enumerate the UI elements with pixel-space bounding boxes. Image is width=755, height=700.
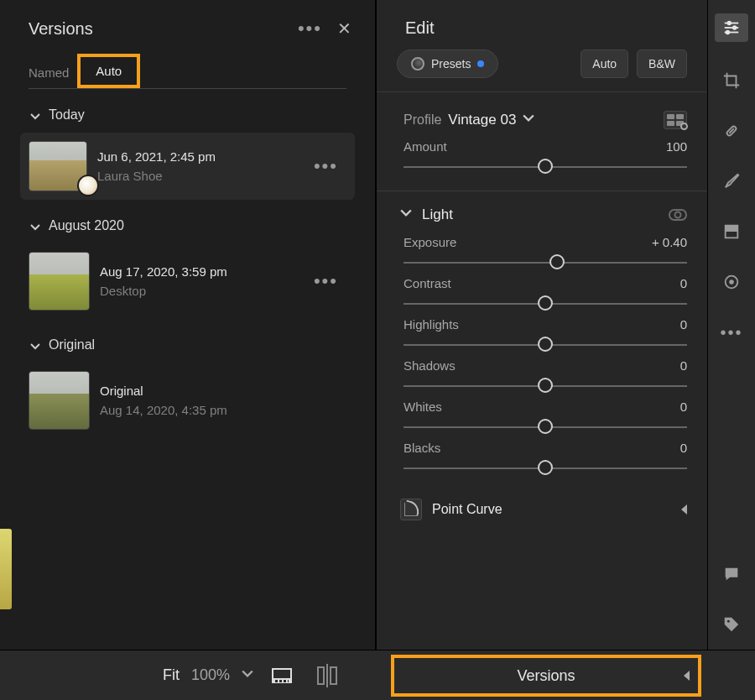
contrast-value: 0 (680, 276, 687, 290)
highlights-value: 0 (680, 317, 687, 332)
version-item-selected[interactable]: Jun 6, 2021, 2:45 pm Laura Shoe ••• (20, 133, 355, 200)
contrast-slider[interactable] (404, 295, 687, 311)
whites-slider-row: Whites 0 (377, 393, 707, 434)
edit-sliders-icon[interactable] (715, 13, 748, 42)
svg-rect-9 (726, 226, 738, 232)
contrast-label: Contrast (404, 276, 451, 290)
light-section-header[interactable]: Light (377, 191, 707, 228)
version-thumbnail (29, 252, 90, 311)
bw-button[interactable]: B&W (637, 50, 687, 78)
visibility-icon[interactable] (669, 209, 687, 221)
profile-name[interactable]: Vintage 03 (448, 112, 516, 128)
amount-value: 100 (666, 139, 687, 154)
group-aug2020: August 2020 Aug 17, 2020, 3:59 pm Deskto… (0, 200, 375, 319)
slider-thumb[interactable] (538, 378, 553, 393)
tab-named[interactable]: Named (29, 59, 77, 88)
slider-thumb[interactable] (538, 159, 553, 174)
point-curve-label: Point Curve (432, 502, 671, 517)
exposure-slider[interactable] (404, 254, 687, 269)
svg-point-3 (733, 26, 737, 29)
brush-icon[interactable] (720, 170, 743, 193)
version-more-icon[interactable]: ••• (305, 279, 346, 283)
auto-button[interactable]: Auto (581, 50, 628, 78)
fit-button[interactable]: Fit (163, 666, 180, 684)
group-original: Original Original Aug 14, 2020, 4:35 pm (0, 319, 375, 438)
version-date: Aug 17, 2020, 3:59 pm (100, 264, 295, 279)
version-thumbnail (29, 371, 90, 430)
group-title: August 2020 (49, 218, 124, 233)
version-more-icon[interactable]: ••• (305, 165, 346, 168)
svg-point-11 (729, 279, 734, 285)
amount-slider[interactable] (404, 159, 687, 174)
linear-gradient-icon[interactable] (720, 220, 743, 243)
presets-button[interactable]: Presets (397, 50, 498, 78)
svg-point-5 (726, 31, 730, 34)
slider-thumb[interactable] (538, 337, 553, 352)
triangle-left-icon (684, 671, 690, 681)
version-info: Jun 6, 2021, 2:45 pm Laura Shoe (97, 149, 295, 183)
shadows-slider[interactable] (404, 378, 687, 393)
curve-icon (400, 499, 422, 520)
group-title: Original (49, 337, 95, 353)
comment-icon[interactable] (720, 562, 743, 586)
highlights-label: Highlights (404, 317, 459, 332)
triangle-left-icon (681, 504, 687, 515)
profile-label: Profile (404, 112, 441, 128)
version-date: Original (100, 384, 346, 398)
chevron-down-icon (30, 221, 40, 231)
version-item[interactable]: Original Aug 14, 2020, 4:35 pm (20, 363, 355, 438)
blacks-slider[interactable] (404, 460, 687, 475)
compare-icon[interactable] (317, 664, 337, 687)
shadows-label: Shadows (404, 358, 456, 373)
shadows-slider-row: Shadows 0 (377, 352, 707, 393)
edit-title: Edit (377, 18, 707, 50)
whites-slider[interactable] (404, 419, 687, 434)
version-source: Aug 14, 2020, 4:35 pm (100, 403, 346, 417)
exposure-label: Exposure (404, 235, 456, 249)
slider-thumb[interactable] (538, 419, 553, 434)
versions-tabs: Named Auto (0, 54, 375, 88)
more-icon[interactable]: ••• (720, 321, 743, 344)
preset-row: Presets Auto B&W (377, 50, 707, 92)
healing-icon[interactable] (720, 119, 743, 143)
tool-rail: ••• (707, 0, 755, 700)
versions-more-icon[interactable]: ••• (298, 27, 322, 30)
slider-thumb[interactable] (538, 295, 553, 311)
blacks-slider-row: Blacks 0 (377, 434, 707, 475)
blacks-value: 0 (680, 441, 687, 455)
radial-gradient-icon[interactable] (720, 270, 743, 294)
svg-point-1 (727, 22, 731, 25)
slider-thumb[interactable] (549, 254, 565, 269)
group-header-original[interactable]: Original (20, 319, 355, 363)
chevron-down-icon[interactable] (242, 668, 253, 683)
filmstrip-icon[interactable] (272, 668, 292, 683)
whites-label: Whites (404, 400, 442, 414)
highlights-slider-row: Highlights 0 (377, 311, 707, 352)
versions-panel: Versions ••• ✕ Named Auto Today Jun 6, 2… (0, 0, 376, 650)
preset-active-dot-icon (477, 60, 484, 67)
shadows-value: 0 (680, 358, 687, 373)
crop-icon[interactable] (720, 69, 743, 92)
chevron-down-icon[interactable] (523, 112, 534, 128)
slider-thumb[interactable] (538, 460, 553, 475)
filmstrip-edge-thumbnail[interactable] (0, 529, 12, 609)
version-date: Jun 6, 2021, 2:45 pm (97, 149, 295, 164)
point-curve-row[interactable]: Point Curve (377, 490, 707, 524)
close-icon[interactable]: ✕ (334, 18, 355, 39)
highlights-slider[interactable] (404, 337, 687, 352)
group-header-aug2020[interactable]: August 2020 (20, 200, 355, 243)
amount-slider-row: Amount 100 (377, 133, 707, 174)
profile-row: Profile Vintage 03 (377, 92, 707, 133)
tab-auto[interactable]: Auto (96, 64, 122, 78)
version-item[interactable]: Aug 17, 2020, 3:59 pm Desktop ••• (20, 243, 355, 319)
profile-browser-button[interactable] (664, 111, 687, 129)
avatar (77, 175, 99, 196)
contrast-slider-row: Contrast 0 (377, 269, 707, 311)
group-header-today[interactable]: Today (20, 89, 355, 133)
zoom-value[interactable]: 100% (191, 666, 230, 684)
version-source: Desktop (100, 284, 295, 298)
chevron-down-icon (30, 110, 40, 120)
versions-button[interactable]: Versions (391, 655, 701, 697)
chevron-down-icon (30, 340, 40, 350)
tag-icon[interactable] (720, 613, 743, 636)
